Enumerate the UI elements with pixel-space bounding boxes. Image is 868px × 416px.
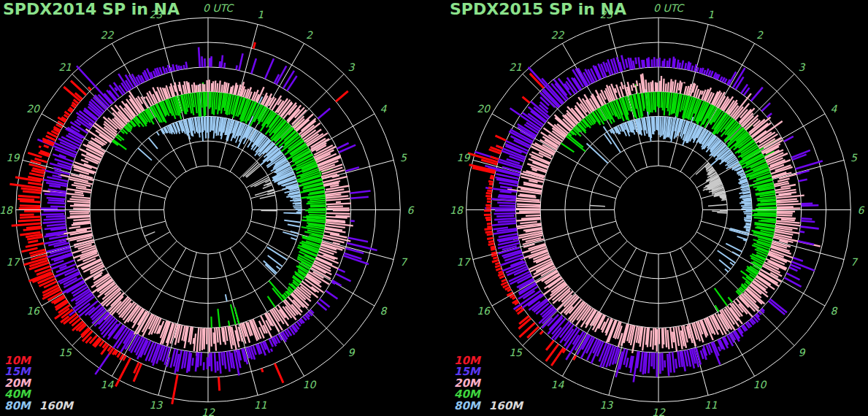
hour-label-19: 19 <box>457 152 471 163</box>
hour-label-5: 5 <box>400 152 407 163</box>
chart-2015: 0 UTC12345678910111213141516171819202122… <box>450 2 864 416</box>
hour-label-18: 18 <box>450 204 464 216</box>
hour-label-0-utc: 0 UTC <box>653 2 685 14</box>
hour-label-9: 9 <box>347 347 355 358</box>
hour-label-7: 7 <box>850 256 859 268</box>
polar-charts-canvas: 0 UTC12345678910111213141516171819202122… <box>0 0 868 416</box>
hour-label-9: 9 <box>798 347 805 358</box>
hour-spoke <box>112 43 185 172</box>
legend-item-80m: 80M <box>454 399 480 412</box>
hour-label-20: 20 <box>26 103 40 115</box>
hour-label-13: 13 <box>599 399 613 411</box>
hour-label-12: 12 <box>652 407 666 416</box>
hour-label-16: 16 <box>26 305 40 317</box>
hour-label-18: 18 <box>0 204 13 216</box>
band-bars-160m <box>590 163 727 213</box>
hour-label-10: 10 <box>753 379 767 390</box>
hour-label-21: 21 <box>509 61 522 73</box>
hour-label-6: 6 <box>407 204 415 216</box>
dual-polar-spot-charts: 0 UTC12345678910111213141516171819202122… <box>0 0 868 416</box>
legend-item-160m: 160M <box>39 399 73 412</box>
hour-label-3: 3 <box>798 61 805 73</box>
grid-ring <box>615 166 703 254</box>
hour-label-13: 13 <box>149 399 163 411</box>
hour-label-14: 14 <box>551 379 565 390</box>
hour-label-3: 3 <box>347 61 355 73</box>
hour-label-4: 4 <box>380 103 387 115</box>
legend-item-160m: 160M <box>489 399 523 412</box>
hour-label-21: 21 <box>58 61 72 73</box>
legend-item-80m: 80M <box>4 399 31 412</box>
hour-label-11: 11 <box>704 399 718 411</box>
hour-spoke <box>492 232 621 306</box>
hour-label-5: 5 <box>850 152 858 163</box>
hour-label-1: 1 <box>257 9 264 20</box>
chart-title-2015: SPDX2015 SP in NA <box>450 1 626 18</box>
hour-label-17: 17 <box>7 256 21 268</box>
hour-label-1: 1 <box>707 9 714 20</box>
hour-label-16: 16 <box>477 305 491 317</box>
hour-label-22: 22 <box>551 29 565 41</box>
band-bars-160m <box>145 163 277 236</box>
band-legend-2014: 10M15M20M40M80M160M <box>4 355 73 412</box>
hour-label-14: 14 <box>101 379 115 390</box>
hour-label-10: 10 <box>303 379 317 390</box>
band-legend-2015: 10M15M20M40M80M160M <box>454 355 523 412</box>
hour-label-20: 20 <box>477 103 491 115</box>
hour-label-19: 19 <box>7 152 20 163</box>
hour-label-12: 12 <box>201 407 215 416</box>
hour-label-0-utc: 0 UTC <box>203 2 234 14</box>
hour-spoke <box>158 253 196 396</box>
hour-label-17: 17 <box>457 256 472 268</box>
hour-label-4: 4 <box>830 103 837 115</box>
hour-label-11: 11 <box>254 399 267 411</box>
chart-title-2014: SPDX2014 SP in NA <box>3 1 180 18</box>
chart-2014: 0 UTC12345678910111213141516171819202122… <box>0 2 415 416</box>
hour-label-2: 2 <box>756 29 764 41</box>
hour-label-8: 8 <box>380 305 387 317</box>
hour-label-22: 22 <box>101 29 115 41</box>
hour-label-7: 7 <box>400 256 408 268</box>
grid-ring <box>164 166 253 254</box>
hour-label-2: 2 <box>306 29 313 41</box>
hour-label-6: 6 <box>858 204 865 216</box>
hour-label-8: 8 <box>830 305 837 317</box>
